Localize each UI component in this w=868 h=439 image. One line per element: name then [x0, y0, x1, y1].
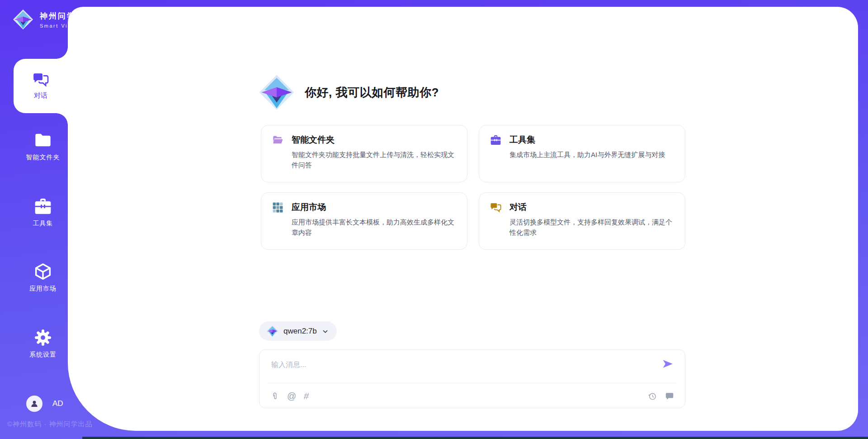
sidebar-item-settings[interactable]: 系统设置: [9, 329, 77, 359]
model-selector[interactable]: qwen2:7b: [259, 321, 337, 341]
feature-card-smart-folder[interactable]: 智能文件夹 智能文件夹功能支持批量文件上传与清洗，轻松实现文件问答: [261, 125, 467, 182]
chat-icon: [490, 202, 501, 213]
composer-divider: [268, 383, 677, 383]
attach-file-button[interactable]: [270, 391, 279, 401]
sidebar-item-chat[interactable]: 对话: [14, 59, 68, 113]
chat-icon: [33, 72, 49, 87]
brand-subtitle: Smart Vision: [40, 23, 81, 29]
brand-logo[interactable]: 神州问学 Smart Vision: [13, 8, 81, 31]
grid-icon: [272, 202, 283, 213]
card-description: 灵活切换多模型文件，支持多样回复效果调试，满足个性化需求: [509, 217, 674, 238]
sidebar-item-label: 工具集: [33, 220, 53, 228]
sidebar-item-toolset[interactable]: 工具集: [9, 197, 77, 228]
brand-diamond-icon: [13, 8, 33, 31]
card-description: 智能文件夹功能支持批量文件上传与清洗，轻松实现文件问答: [292, 150, 456, 171]
user-name: AD: [52, 399, 63, 408]
sidebar-item-label: 对话: [34, 91, 47, 100]
greeting-title: 你好, 我可以如何帮助你?: [305, 85, 439, 100]
briefcase-icon: [490, 134, 501, 146]
feature-cards: 智能文件夹 智能文件夹功能支持批量文件上传与清洗，轻松实现文件问答 工具集 集成…: [261, 125, 685, 250]
copyright-text: ©神州数码 · 神州问学出品: [7, 420, 92, 429]
gear-icon: [34, 329, 52, 347]
feature-card-chat[interactable]: 对话 灵活切换多模型文件，支持多样回复效果调试，满足个性化需求: [479, 192, 685, 250]
model-name: qwen2:7b: [283, 327, 317, 336]
assistant-diamond-icon: [259, 73, 295, 111]
chevron-down-icon: [322, 328, 329, 335]
model-diamond-icon: [266, 324, 278, 338]
sidebar-item-smart-folder[interactable]: 智能文件夹: [9, 131, 77, 162]
folder-icon: [34, 131, 52, 149]
topic-button[interactable]: #: [304, 391, 309, 401]
sidebar-item-label: 智能文件夹: [26, 153, 60, 162]
cube-icon: [34, 262, 52, 281]
sidebar-item-label: 应用市场: [29, 285, 57, 293]
new-chat-button[interactable]: [665, 391, 674, 401]
paperclip-icon: [270, 391, 279, 401]
greeting-block: 你好, 我可以如何帮助你?: [259, 73, 439, 111]
sidebar-item-app-market[interactable]: 应用市场: [9, 262, 77, 293]
card-title: 对话: [509, 201, 527, 213]
card-title: 应用市场: [292, 201, 326, 213]
user-icon: [30, 399, 39, 408]
active-tab-notch-top: [56, 47, 68, 59]
active-tab-notch-bottom: [56, 113, 68, 125]
window-bottom-edge: [82, 437, 868, 439]
send-icon: [661, 358, 674, 370]
history-button[interactable]: [648, 391, 657, 401]
user-account[interactable]: AD: [26, 396, 63, 412]
feature-card-app-market[interactable]: 应用市场 应用市场提供丰富长文本模板，助力高效生成多样化文章内容: [261, 192, 467, 250]
card-description: 应用市场提供丰富长文本模板，助力高效生成多样化文章内容: [292, 217, 456, 238]
send-button[interactable]: [661, 357, 675, 371]
sidebar-item-label: 系统设置: [29, 351, 57, 359]
history-icon: [648, 391, 657, 401]
message-input[interactable]: [271, 357, 642, 372]
feature-card-toolset[interactable]: 工具集 集成市场上主流工具，助力AI与外界无缝扩展与对接: [479, 125, 685, 182]
briefcase-icon: [34, 197, 52, 215]
card-title: 工具集: [509, 134, 535, 146]
avatar: [26, 396, 42, 412]
card-title: 智能文件夹: [292, 134, 335, 146]
chat-bubble-icon: [665, 391, 674, 401]
brand-name: 神州问学: [40, 11, 81, 21]
message-composer: @ #: [259, 349, 685, 408]
card-description: 集成市场上主流工具，助力AI与外界无缝扩展与对接: [509, 150, 674, 160]
folder-open-icon: [272, 134, 283, 146]
at-icon: @: [287, 391, 296, 401]
mention-button[interactable]: @: [287, 391, 296, 401]
hash-icon: #: [303, 391, 310, 401]
